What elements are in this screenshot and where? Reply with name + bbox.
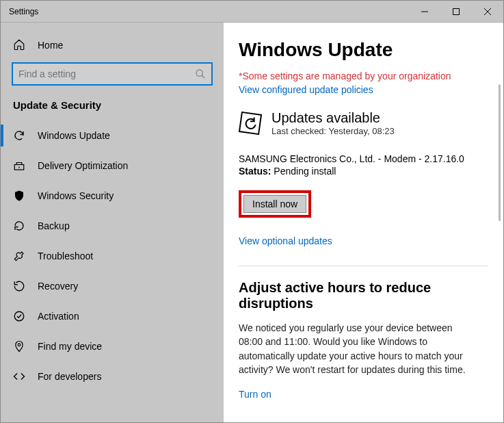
nav-recovery[interactable]: Recovery [1, 271, 224, 301]
policy-note: *Some settings are managed by your organ… [239, 70, 488, 81]
scrollbar[interactable] [499, 84, 501, 221]
sync-icon [13, 129, 25, 142]
titlebar: Settings [1, 1, 503, 23]
nav-label: Recovery [38, 281, 78, 292]
shield-icon [13, 190, 25, 202]
section-divider [239, 266, 488, 266]
nav-label: Windows Security [38, 190, 114, 201]
svg-point-3 [14, 311, 24, 321]
code-icon [13, 370, 25, 383]
status-line: Status: Pending install [239, 166, 488, 177]
nav-label: Troubleshoot [38, 251, 93, 261]
active-hours-heading: Adjust active hours to reduce disruption… [239, 280, 488, 311]
svg-rect-0 [453, 8, 460, 14]
recovery-icon [13, 280, 25, 292]
maximize-button[interactable] [440, 1, 472, 23]
delivery-icon [13, 159, 25, 172]
status-label: Status: [239, 166, 271, 177]
location-icon [13, 340, 25, 352]
nav-windows-update[interactable]: Windows Update [1, 120, 224, 151]
search-input[interactable] [18, 68, 195, 79]
nav-for-developers[interactable]: For developers [1, 361, 224, 392]
wrench-icon [13, 250, 25, 262]
category-header: Update & Security [1, 95, 224, 120]
nav-backup[interactable]: Backup [1, 211, 224, 241]
optional-updates-link[interactable]: View optional updates [239, 235, 488, 246]
svg-rect-5 [239, 112, 261, 134]
nav-label: Backup [38, 220, 70, 231]
backup-icon [13, 220, 25, 232]
svg-point-4 [18, 344, 21, 346]
nav-find-my-device[interactable]: Find my device [1, 331, 224, 361]
nav-label: Windows Update [38, 130, 110, 141]
home-icon [13, 38, 25, 53]
search-input-wrap[interactable] [12, 62, 213, 86]
last-checked-text: Last checked: Yesterday, 08:23 [271, 126, 395, 136]
turn-on-link[interactable]: Turn on [239, 389, 488, 400]
update-sync-icon [239, 110, 262, 137]
window-title: Settings [1, 7, 409, 16]
driver-line: SAMSUNG Electronics Co., Ltd. - Modem - … [239, 153, 488, 164]
minimize-button[interactable] [409, 1, 440, 23]
close-button[interactable] [472, 1, 503, 23]
page-title: Windows Update [239, 39, 488, 61]
active-hours-body: We noticed you regularly use your device… [239, 321, 471, 376]
svg-point-1 [196, 70, 202, 76]
install-now-button[interactable]: Install now [243, 195, 306, 213]
home-nav[interactable]: Home [1, 31, 224, 60]
check-circle-icon [13, 310, 25, 322]
nav-windows-security[interactable]: Windows Security [1, 181, 224, 211]
nav-label: For developers [38, 371, 101, 382]
policy-link[interactable]: View configured update policies [239, 84, 488, 95]
status-value: Pending install [271, 166, 336, 177]
updates-available-title: Updates available [271, 110, 395, 126]
home-label: Home [38, 40, 63, 51]
main-panel: Windows Update *Some settings are manage… [224, 23, 503, 422]
install-highlight-box: Install now [239, 190, 311, 218]
sidebar: Home Update & Security Windows Update De… [1, 23, 224, 422]
nav-delivery-optimization[interactable]: Delivery Optimization [1, 151, 224, 181]
nav-label: Find my device [38, 341, 102, 352]
nav-troubleshoot[interactable]: Troubleshoot [1, 241, 224, 271]
nav-activation[interactable]: Activation [1, 301, 224, 331]
nav-label: Activation [38, 311, 79, 322]
search-icon [195, 68, 206, 79]
nav-label: Delivery Optimization [38, 160, 128, 171]
